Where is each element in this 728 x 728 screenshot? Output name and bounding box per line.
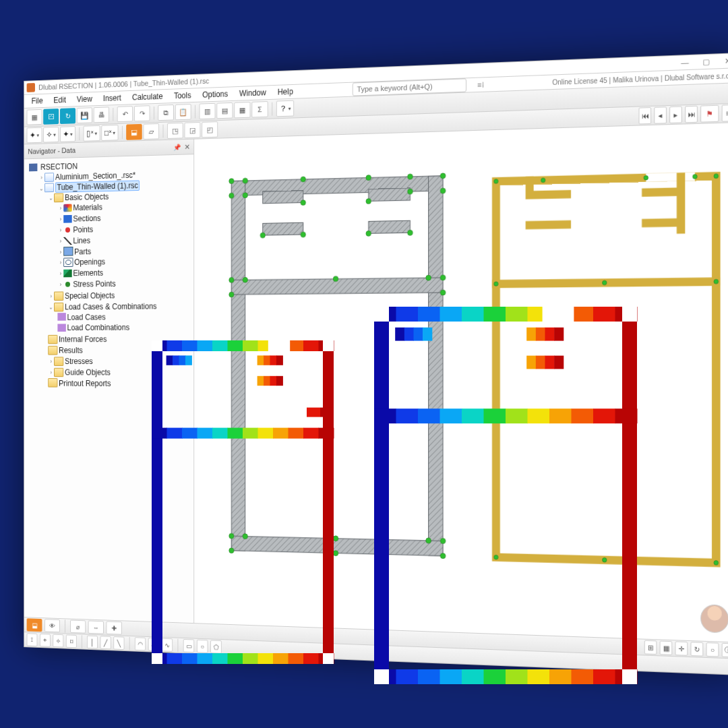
folder-icon [54,291,63,301]
tree-root[interactable]: RSECTION ›Aluminium_Section_.rsc* ⌄Tube_… [29,157,192,390]
folder-icon [48,378,57,387]
save-button[interactable]: 💾 [77,107,92,123]
sb-line1[interactable]: │ [87,636,98,649]
svg-rect-143 [506,669,528,684]
status-eye-button[interactable]: 👁 [44,619,60,632]
status-tool2[interactable]: ↔ [88,621,104,634]
svg-rect-142 [484,669,506,684]
wand-dropdown[interactable]: ✦▾ [27,127,42,144]
cross2-button[interactable]: ◲ [185,122,201,138]
svg-point-16 [440,173,446,179]
section-mode-button[interactable]: ⬓ [126,124,142,140]
svg-point-46 [693,175,698,179]
sb-arc1[interactable]: ◠ [135,637,146,650]
nav-next-button[interactable]: ▸ [669,106,682,123]
tree-special-objects[interactable]: ›Special Objects [48,289,192,301]
navigator-tree[interactable]: RSECTION ›Aluminium_Section_.rsc* ⌄Tube_… [24,154,193,623]
sb-spline[interactable]: ∿ [162,638,173,652]
sb-a[interactable]: ⟟ [27,633,38,646]
new-file-button[interactable]: ▦ [27,109,42,125]
viewport[interactable] [194,123,728,642]
tree-guide-objects[interactable]: ›Guide Objects [48,367,192,378]
tree-load-combinations-label: Load Combinations [67,323,130,332]
status-tool3[interactable]: ✚ [107,621,122,634]
axes-dropdown[interactable]: ▯ˣ▾ [84,125,100,142]
folder-icon [54,367,63,376]
svg-point-41 [440,553,446,559]
menu-file[interactable]: File [27,95,48,107]
minimize-button[interactable]: — [678,58,692,67]
menu-view[interactable]: View [72,93,97,106]
tree-results-label: Results [59,346,83,355]
copy-button[interactable]: ⧉ [158,104,174,121]
calc-button[interactable]: Σ [251,101,268,118]
svg-rect-10 [369,220,411,233]
svg-point-39 [229,548,234,553]
sb-b[interactable]: ⌖ [40,634,51,647]
tree-loadcases-comb[interactable]: ⌄Load Cases & Combinations Load Cases Lo… [48,300,192,334]
sb-circ[interactable]: ○ [197,640,208,653]
app-icon [29,163,37,171]
materials-icon [63,204,71,212]
sb-arc2[interactable]: ◡ [148,638,159,651]
sb-poly[interactable]: ⬠ [210,640,222,653]
print-button[interactable]: 🖶 [94,107,109,123]
maximize-button[interactable]: ▢ [699,57,713,66]
grid-button[interactable]: ▦ [234,102,250,118]
cross1-button[interactable]: ◳ [167,123,183,139]
tree-stresses[interactable]: ›Stresses [48,355,192,366]
menu-calculate[interactable]: Calculate [127,90,168,104]
tree-internal-forces[interactable]: Internal Forces [48,333,192,344]
layout-button[interactable]: ▤ [216,102,233,119]
profile-select-button[interactable]: ▱ [144,123,160,140]
menu-options[interactable]: Options [198,88,233,101]
nav-first-button[interactable]: ⏮ [639,107,652,124]
nav-prev-button[interactable]: ◂ [654,107,667,124]
nav-last-button[interactable]: ⏭ [685,106,698,123]
tree-printout-reports[interactable]: Printout Reports [48,377,192,389]
bell-button[interactable]: ⚑ [700,105,719,123]
svg-rect-42 [646,173,695,182]
sync-button[interactable]: ↻ [60,108,75,124]
tree-basic-objects[interactable]: ⌄Basic Objects ›Materials ›Sections ›Poi… [48,189,192,291]
open-button[interactable]: ⮹ [43,109,59,125]
navigator-close-icon[interactable]: ✕ [185,142,190,151]
sb-c[interactable]: ✧ [53,634,63,648]
sb-d[interactable]: ⌑ [66,634,77,648]
status-tool1[interactable]: ⌀ [70,620,86,634]
part-icon [63,247,73,256]
redo-button[interactable]: ↷ [134,105,150,121]
menu-help[interactable]: Help [272,86,298,98]
sb-line3[interactable]: ╲ [113,636,124,650]
magic-dropdown[interactable]: ✧▾ [43,127,59,143]
status-mode-button[interactable]: ⬓ [27,618,42,632]
menu-insert[interactable]: Insert [98,92,126,104]
close-button[interactable]: ✕ [721,56,728,65]
axes2-dropdown[interactable]: □ˣ▾ [101,125,118,141]
sb-rect[interactable]: ▭ [183,639,195,653]
undo-button[interactable]: ↶ [117,106,133,122]
assistant-avatar[interactable] [700,604,728,633]
sb-line2[interactable]: ╱ [100,636,111,649]
folder-icon [54,357,63,365]
wand2-dropdown[interactable]: ✦▾ [60,126,75,142]
menu-tools[interactable]: Tools [169,89,196,102]
sidepanel-button[interactable]: ≡ [722,104,728,122]
pin-icon[interactable]: 📌 [173,144,181,151]
line-icon [63,237,71,245]
svg-rect-4 [429,176,443,556]
whatsnew-dropdown[interactable]: ？▾ [276,100,294,117]
paste-button[interactable]: 📋 [175,104,191,120]
tree-stress-points[interactable]: ›Stress Points [57,277,192,290]
tree-load-combinations[interactable]: Load Combinations [57,322,192,333]
cross3-button[interactable]: ◰ [202,121,218,138]
menu-edit[interactable]: Edit [49,94,70,106]
tree-load-cases[interactable]: Load Cases [57,310,192,322]
svg-rect-145 [549,669,572,684]
display-button[interactable]: ▥ [200,103,216,119]
svg-rect-140 [440,669,462,684]
menu-window[interactable]: Window [235,86,272,100]
svg-point-13 [301,177,306,182]
tree-file-tube[interactable]: ⌄Tube_Thin-Walled (1).rsc ⌄Basic Objects… [38,179,192,389]
tree-results[interactable]: Results [48,344,192,356]
